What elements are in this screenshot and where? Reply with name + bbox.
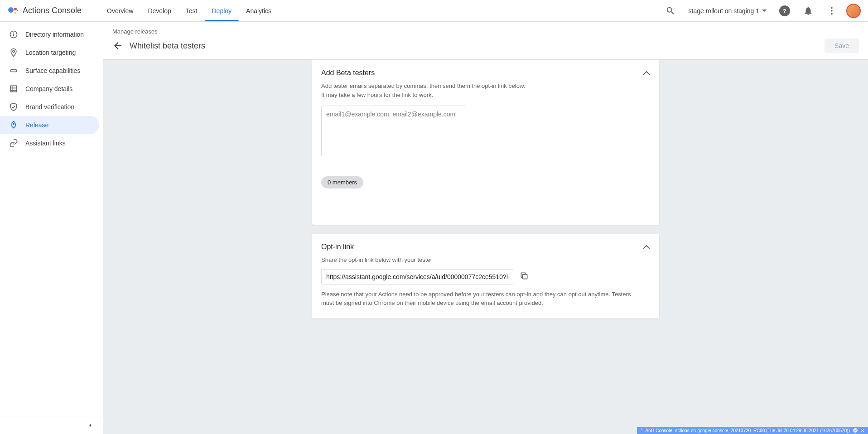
- tab-develop[interactable]: Develop: [140, 0, 178, 21]
- page-title: Whitelist beta testers: [130, 41, 205, 51]
- svg-point-18: [13, 123, 14, 125]
- footer-build-tag[interactable]: ^ AoG Console actions-on-google-console_…: [637, 427, 868, 434]
- sidebar-label: Company details: [25, 85, 72, 92]
- svg-text:?: ?: [783, 7, 786, 14]
- sidebar-label: Brand verification: [25, 103, 74, 111]
- svg-point-0: [8, 7, 14, 13]
- tab-test[interactable]: Test: [178, 0, 205, 21]
- sidebar-label: Surface capabilities: [25, 67, 80, 74]
- chevron-up-icon: [643, 71, 650, 75]
- rocket-icon: [9, 121, 18, 130]
- collapse-button[interactable]: [643, 243, 650, 251]
- footer-build: actions-on-google-console_20210720_RC00 …: [675, 428, 850, 433]
- sidebar-label: Directory information: [25, 31, 84, 38]
- user-avatar[interactable]: [846, 4, 861, 18]
- sidebar-label: Location targeting: [25, 49, 76, 56]
- sidebar: Directory information Location targeting…: [0, 22, 103, 434]
- notifications-icon[interactable]: [799, 2, 817, 20]
- members-chip[interactable]: 0 members: [321, 176, 363, 188]
- card-description: Share the opt-in link below with your te…: [321, 256, 530, 265]
- svg-point-2: [14, 12, 16, 14]
- sidebar-item-company-details[interactable]: Company details: [0, 80, 99, 98]
- content-body: Add Beta testers Add tester emails separ…: [103, 60, 868, 434]
- sidebar-label: Release: [25, 121, 48, 129]
- optin-link-input[interactable]: [321, 269, 513, 285]
- sidebar-item-surface-capabilities[interactable]: Surface capabilities: [0, 62, 99, 80]
- card-optin-link: Opt-in link Share the opt-in link below …: [312, 234, 659, 318]
- sidebar-label: Assistant links: [25, 140, 66, 147]
- check-circle-icon: [853, 428, 858, 433]
- svg-rect-13: [10, 70, 16, 72]
- svg-rect-14: [10, 86, 16, 92]
- main-container: Directory information Location targeting…: [0, 22, 868, 434]
- project-name: stage rollout on staging 1: [689, 7, 759, 14]
- top-right: stage rollout on staging 1 ?: [661, 2, 861, 20]
- tab-analytics[interactable]: Analytics: [239, 0, 279, 21]
- svg-point-6: [831, 7, 833, 9]
- location-icon: [9, 48, 18, 57]
- content-header: Manage releases Whitelist beta testers S…: [103, 22, 868, 60]
- card-description: Add tester emails separated by commas, t…: [321, 82, 530, 99]
- svg-point-12: [13, 50, 14, 52]
- app-name: Actions Console: [23, 6, 82, 15]
- surface-icon: [9, 66, 18, 75]
- chevron-down-icon: [762, 10, 767, 12]
- svg-point-1: [14, 8, 17, 10]
- assistant-logo-icon: [7, 5, 18, 16]
- collapse-button[interactable]: [643, 69, 650, 77]
- link-icon: [9, 139, 18, 148]
- back-button[interactable]: [112, 40, 123, 51]
- chevron-up-icon: ^: [641, 428, 643, 433]
- logo-area: Actions Console: [7, 5, 82, 16]
- card-add-beta-testers: Add Beta testers Add tester emails separ…: [312, 60, 659, 225]
- copy-icon: [520, 271, 529, 280]
- top-tabs: Overview Develop Test Deploy Analytics: [100, 0, 279, 21]
- card-title: Add Beta testers: [321, 69, 375, 77]
- sidebar-item-brand-verification[interactable]: Brand verification: [0, 98, 99, 116]
- more-vert-icon[interactable]: [823, 2, 841, 20]
- svg-point-8: [831, 13, 833, 14]
- svg-point-11: [14, 33, 14, 33]
- breadcrumb[interactable]: Manage releases: [112, 28, 859, 35]
- sidebar-item-directory-information[interactable]: Directory information: [0, 25, 99, 43]
- svg-rect-19: [523, 274, 527, 279]
- optin-note: Please note that your Actions need to be…: [321, 290, 638, 308]
- tester-emails-input[interactable]: [321, 106, 466, 156]
- sidebar-item-release[interactable]: Release: [0, 116, 99, 134]
- chevron-left-icon: [87, 422, 94, 429]
- sidebar-collapse-button[interactable]: [0, 416, 103, 434]
- arrow-back-icon: [112, 40, 123, 51]
- shield-check-icon: [9, 102, 18, 111]
- help-icon[interactable]: ?: [776, 2, 794, 20]
- tab-deploy[interactable]: Deploy: [205, 0, 239, 21]
- project-selector[interactable]: stage rollout on staging 1: [685, 5, 770, 16]
- search-icon[interactable]: [661, 2, 680, 20]
- save-button[interactable]: Save: [825, 39, 859, 53]
- chevron-up-icon: [643, 245, 650, 249]
- info-icon: [9, 30, 18, 39]
- company-icon: [9, 84, 18, 93]
- close-icon[interactable]: ✕: [861, 428, 864, 433]
- card-title: Opt-in link: [321, 243, 354, 251]
- sidebar-item-location-targeting[interactable]: Location targeting: [0, 43, 99, 62]
- footer-label: AoG Console: [645, 428, 672, 433]
- copy-button[interactable]: [520, 271, 529, 282]
- sidebar-item-assistant-links[interactable]: Assistant links: [0, 134, 99, 152]
- top-bar: Actions Console Overview Develop Test De…: [0, 0, 868, 22]
- content: Manage releases Whitelist beta testers S…: [103, 22, 868, 434]
- tab-overview[interactable]: Overview: [100, 0, 140, 21]
- svg-point-3: [17, 10, 18, 10]
- svg-point-7: [831, 10, 833, 12]
